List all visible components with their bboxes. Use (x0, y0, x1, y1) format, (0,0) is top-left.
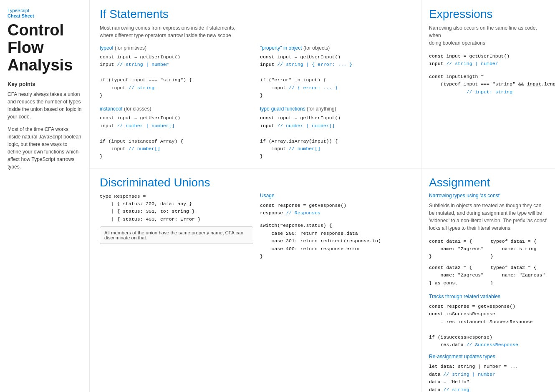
main-title: Control Flow Analysis (8, 22, 82, 74)
key-points-text1: CFA nearly always takes a union and redu… (8, 90, 82, 121)
data2-left: const data2 = { name: "Zagreus" } as con… (429, 265, 484, 286)
typeof-suffix: (for primitives) (114, 45, 146, 51)
data2-right: typeof data2 = { name: "Zagreus" } (490, 265, 545, 286)
instanceof-label: instanceof (100, 106, 123, 112)
tracks-code: const response = getResponse() const isS… (429, 304, 532, 347)
du-callout: All members of the union have the same p… (100, 226, 253, 244)
tg-fn-code1: const input = getUserInput() input // nu… (260, 115, 341, 128)
instanceof-code2: if (input instanceof Array) { input // n… (100, 138, 183, 159)
type-guard-fn-label: type-guard functions (260, 106, 305, 112)
key-points-text2: Most of the time CFA works inside natura… (8, 126, 82, 171)
property-in-block: "property" in object (for objects) const… (260, 45, 414, 99)
du-type-code: type Responses = | { status: 200, data: … (100, 193, 201, 222)
expr-code2: const inputLength = (typeof input === "s… (429, 74, 555, 95)
property-in-suffix: (for objects) (302, 45, 330, 51)
assignment-title: Assignment (429, 176, 547, 189)
du-title: Discriminated Unions (100, 176, 414, 189)
type-guard-fn-suffix: (for anything) (305, 106, 336, 112)
prop-code2: if ("error" in input) { input // { error… (260, 77, 338, 98)
du-usage-code2: switch(response.status) { case 200: retu… (260, 223, 381, 259)
if-statements-desc: Most narrowing comes from expressions in… (100, 24, 414, 39)
type-guard-fn-block: type-guard functions (for anything) cons… (260, 106, 414, 160)
expr-code1: const input = getUserInput() input // st… (429, 53, 510, 66)
data1-left: const data1 = { name: "Zagreus" } (429, 239, 484, 259)
du-usage-code1: const response = getResponse() response … (260, 203, 346, 216)
tg-fn-code2: if (Array.isArray(input)) { input // num… (260, 138, 338, 159)
prop-code1: const input = getUserInput() input // st… (260, 54, 352, 67)
instanceof-code1: const input = getUserInput() input // nu… (100, 115, 180, 128)
typeof-label: typeof (100, 45, 114, 51)
key-points-title: Key points (8, 81, 82, 87)
brand-top: TypeScript (8, 8, 82, 13)
data1-right: typeof data1 = { name: string } (490, 239, 536, 259)
property-in-label: "property" in object (260, 45, 302, 51)
instanceof-block: instanceof (for classes) const input = g… (100, 106, 253, 160)
narrowing-title: Narrowing types using 'as const' (429, 193, 547, 199)
brand-sub: Cheat Sheet (8, 13, 82, 18)
tracks-title: Tracks through related variables (429, 294, 547, 299)
expressions-desc: Narrowing also occurs on the same line a… (429, 24, 547, 47)
narrowing-desc: Subfields in objects are treated as thou… (429, 202, 547, 232)
instanceof-suffix: (for classes) (123, 106, 151, 112)
du-usage-label: Usage (260, 193, 414, 199)
if-statements-title: If Statements (100, 8, 414, 21)
reassign-code: let data: string | number = ... data // … (429, 364, 518, 392)
expressions-title: Expressions (429, 8, 547, 21)
typeof-block: typeof (for primitives) const input = ge… (100, 45, 253, 99)
typeof-code1: const input = getUserInput() input // st… (100, 54, 180, 67)
reassign-title: Re-assignment updates types (429, 354, 547, 359)
typeof-code2: if (typeof input === "string") { input /… (100, 77, 192, 98)
